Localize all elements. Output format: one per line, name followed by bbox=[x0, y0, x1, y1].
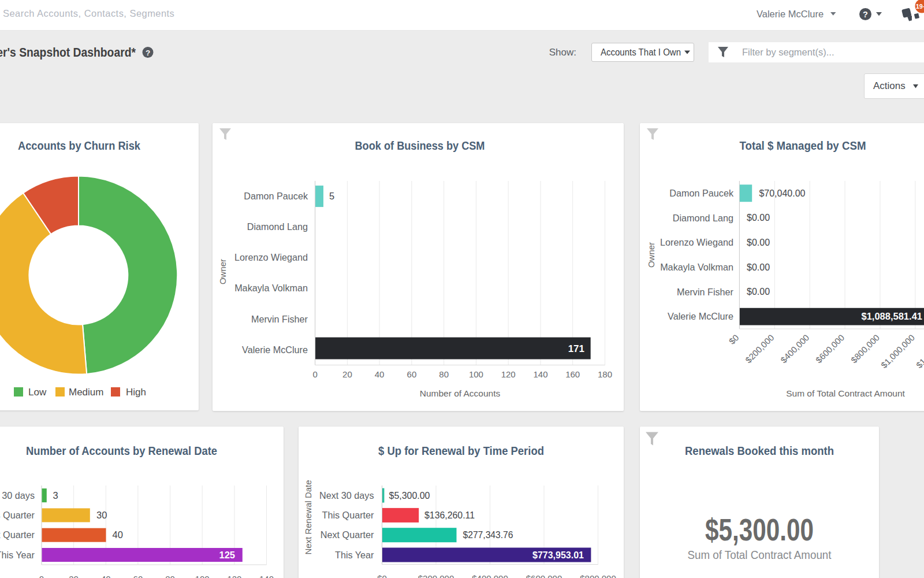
svg-text:Diamond Lang: Diamond Lang bbox=[247, 221, 308, 232]
svg-text:19+: 19+ bbox=[916, 3, 924, 10]
svg-text:Lorenzo Wiegand: Lorenzo Wiegand bbox=[660, 237, 733, 247]
svg-text:Diamond Lang: Diamond Lang bbox=[673, 213, 733, 223]
svg-text:$200,000: $200,000 bbox=[418, 573, 454, 578]
svg-text:This Year: This Year bbox=[0, 550, 35, 560]
svg-text:$136,260.11: $136,260.11 bbox=[424, 510, 475, 520]
svg-text:Owner: Owner bbox=[646, 242, 656, 268]
svg-text:40: 40 bbox=[375, 369, 385, 379]
svg-text:$0.00: $0.00 bbox=[747, 287, 770, 297]
svg-text:Accounts That I Own: Accounts That I Own bbox=[601, 47, 681, 57]
svg-text:$0.00: $0.00 bbox=[747, 238, 770, 247]
svg-text:Number of Accounts by Renewal: Number of Accounts by Renewal Date bbox=[26, 444, 217, 457]
svg-text:Next Renewal Date: Next Renewal Date bbox=[303, 480, 313, 554]
svg-text:$773,953.01: $773,953.01 bbox=[532, 550, 584, 560]
svg-text:3: 3 bbox=[53, 490, 58, 501]
svg-text:100: 100 bbox=[469, 369, 483, 379]
svg-text:140: 140 bbox=[259, 574, 274, 578]
svg-text:20: 20 bbox=[69, 574, 79, 578]
svg-text:$5,300.00: $5,300.00 bbox=[705, 513, 814, 547]
svg-text:$1,088,581.41: $1,088,581.41 bbox=[861, 311, 922, 321]
svg-text:120: 120 bbox=[227, 574, 241, 578]
svg-text:Accounts by Churn Risk: Accounts by Churn Risk bbox=[18, 139, 141, 152]
svg-text:180: 180 bbox=[598, 369, 612, 379]
svg-text:$400,000: $400,000 bbox=[778, 332, 811, 365]
svg-text:?: ? bbox=[863, 10, 868, 19]
svg-text:$800,000: $800,000 bbox=[849, 332, 881, 365]
svg-text:Mervin Fisher: Mervin Fisher bbox=[251, 314, 308, 324]
svg-text:0: 0 bbox=[312, 369, 317, 379]
svg-text:40: 40 bbox=[113, 529, 123, 540]
svg-text:$600,000: $600,000 bbox=[526, 573, 562, 578]
svg-text:5: 5 bbox=[329, 191, 334, 201]
svg-text:High: High bbox=[126, 387, 146, 398]
svg-text:Sum of Total Contract Amount: Sum of Total Contract Amount bbox=[786, 388, 905, 398]
svg-text:Medium: Medium bbox=[69, 387, 103, 398]
svg-text:40: 40 bbox=[101, 574, 111, 578]
svg-text:Next Quarter: Next Quarter bbox=[0, 529, 35, 540]
svg-text:Book of Business by CSM: Book of Business by CSM bbox=[355, 139, 485, 152]
svg-text:Owner: Owner bbox=[218, 259, 228, 284]
svg-text:Number of Accounts: Number of Accounts bbox=[420, 388, 501, 398]
svg-text:60: 60 bbox=[407, 369, 417, 379]
svg-text:60: 60 bbox=[133, 574, 143, 578]
svg-text:Valerie McClure: Valerie McClure bbox=[668, 311, 733, 321]
svg-text:Mervin Fisher: Mervin Fisher bbox=[677, 287, 734, 297]
svg-text:$0: $0 bbox=[377, 573, 387, 578]
svg-text:$600,000: $600,000 bbox=[814, 332, 846, 365]
svg-text:$0: $0 bbox=[727, 332, 741, 346]
svg-text:120: 120 bbox=[501, 369, 516, 379]
svg-text:$0.00: $0.00 bbox=[747, 213, 770, 223]
svg-text:$800,000: $800,000 bbox=[580, 573, 616, 578]
svg-text:Damon Paucek: Damon Paucek bbox=[244, 191, 308, 201]
svg-text:Manager's Snapshot Dashboard*: Manager's Snapshot Dashboard* bbox=[0, 45, 136, 60]
svg-text:Next Quarter: Next Quarter bbox=[321, 529, 374, 540]
svg-text:$ Up for Renewal by Time Perio: $ Up for Renewal by Time Period bbox=[378, 444, 544, 457]
svg-text:Makayla Volkman: Makayla Volkman bbox=[234, 283, 308, 293]
svg-text:Renewals Booked this month: Renewals Booked this month bbox=[685, 444, 834, 457]
svg-text:80: 80 bbox=[165, 574, 175, 578]
svg-text:$1,200,000: $1,200,000 bbox=[914, 332, 924, 370]
svg-text:This Quarter: This Quarter bbox=[0, 510, 35, 520]
svg-text:This Year: This Year bbox=[335, 550, 374, 560]
svg-text:20: 20 bbox=[342, 369, 352, 379]
svg-text:100: 100 bbox=[195, 574, 210, 578]
svg-text:$200,000: $200,000 bbox=[743, 332, 776, 365]
svg-text:Damon Paucek: Damon Paucek bbox=[669, 188, 734, 198]
svg-text:$400,000: $400,000 bbox=[472, 573, 508, 578]
svg-text:Next 30 days: Next 30 days bbox=[319, 490, 374, 501]
svg-text:$277,343.76: $277,343.76 bbox=[463, 529, 513, 540]
svg-text:30: 30 bbox=[96, 510, 107, 520]
svg-text:Next 30 days: Next 30 days bbox=[0, 490, 35, 501]
svg-text:Valerie McClure: Valerie McClure bbox=[242, 344, 308, 355]
svg-text:160: 160 bbox=[565, 369, 580, 379]
svg-text:This Quarter: This Quarter bbox=[322, 510, 375, 520]
svg-text:$1,000,000: $1,000,000 bbox=[879, 332, 916, 370]
svg-text:125: 125 bbox=[219, 550, 235, 560]
svg-text:$5,300.00: $5,300.00 bbox=[389, 490, 430, 501]
svg-text:Sum of Total Contract Amount: Sum of Total Contract Amount bbox=[688, 548, 832, 561]
svg-text:?: ? bbox=[146, 49, 150, 57]
svg-text:Low: Low bbox=[28, 387, 47, 398]
svg-text:171: 171 bbox=[568, 343, 584, 354]
svg-text:Lorenzo Wiegand: Lorenzo Wiegand bbox=[234, 252, 308, 262]
svg-text:140: 140 bbox=[533, 369, 547, 379]
svg-text:80: 80 bbox=[439, 369, 449, 379]
svg-text:Total $ Managed by CSM: Total $ Managed by CSM bbox=[740, 139, 866, 152]
svg-text:$70,040.00: $70,040.00 bbox=[759, 188, 805, 198]
svg-text:0: 0 bbox=[39, 574, 44, 578]
svg-text:$0.00: $0.00 bbox=[747, 262, 770, 272]
svg-text:Makayla Volkman: Makayla Volkman bbox=[660, 262, 733, 272]
